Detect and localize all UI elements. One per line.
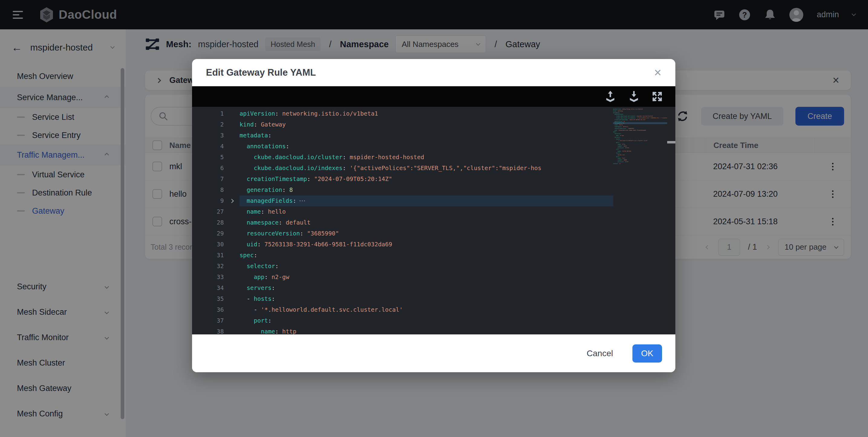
code-text: creationTimestamp: "2024-07-09T05:20:14Z… [240, 174, 392, 184]
code-line-34[interactable]: 34 servers: [192, 283, 675, 294]
code-text: uid: 75263138-3291-4b66-9581-f11dc032da6… [240, 239, 392, 250]
fold-gutter [224, 130, 240, 141]
line-number: 9 [192, 196, 224, 206]
code-line-6[interactable]: 6 ckube.daocloud.io/indexes: '{"activePo… [192, 163, 675, 174]
code-text: kind: Gateway [240, 119, 286, 130]
code-line-2[interactable]: 2kind: Gateway [192, 119, 675, 130]
code-text: app: n2-gw [240, 272, 289, 283]
code-line-9[interactable]: 9 managedFields: ··· [192, 196, 675, 206]
code-text: ckube.daocloud.io/indexes: '{"activePoli… [240, 163, 541, 174]
code-text: apiVersion: networking.istio.io/v1beta1 [240, 108, 378, 119]
code-text: managedFields: ··· [240, 196, 305, 206]
code-text: ckube.daocloud.io/cluster: mspider-hoste… [240, 152, 424, 163]
code-text: metadata: [240, 130, 272, 141]
fold-gutter [224, 326, 240, 334]
code-text: selector: [240, 261, 279, 272]
code-line-7[interactable]: 7 creationTimestamp: "2024-07-09T05:20:1… [192, 174, 675, 184]
code-line-36[interactable]: 36 - '*.helloworld.default.svc.cluster.l… [192, 304, 675, 315]
line-number: 4 [192, 141, 224, 152]
upload-yaml-icon[interactable] [604, 90, 616, 103]
code-line-8[interactable]: 8 generation: 8 [192, 184, 675, 196]
fold-gutter [224, 184, 240, 196]
line-number: 31 [192, 250, 224, 261]
code-line-27[interactable]: 27 name: hello [192, 206, 675, 217]
fold-gutter [224, 119, 240, 130]
code-text: generation: 8 [240, 184, 293, 196]
fold-gutter [224, 163, 240, 174]
minimap-line: status: {} [613, 163, 667, 165]
line-number: 30 [192, 239, 224, 250]
code-line-37[interactable]: 37 port: [192, 315, 675, 326]
code-line-31[interactable]: 31spec: [192, 250, 675, 261]
app-root: DaoCloud ? admin ← mspider-hosted Mesh O… [0, 0, 868, 437]
fold-gutter [224, 206, 240, 217]
line-number: 8 [192, 184, 224, 196]
edit-yaml-modal: Edit Gateway Rule YAML × 1apiVersion: ne… [192, 59, 675, 372]
modal-close-icon[interactable]: × [654, 66, 661, 79]
code-text: - hosts: [240, 294, 275, 304]
line-number: 38 [192, 326, 224, 334]
yaml-code-editor[interactable]: 1apiVersion: networking.istio.io/v1beta1… [192, 107, 675, 334]
code-text: annotations: [240, 141, 289, 152]
code-text: resourceVersion: "3685990" [240, 228, 339, 239]
editor-lines: 1apiVersion: networking.istio.io/v1beta1… [192, 108, 675, 334]
fold-gutter [224, 283, 240, 294]
code-line-38[interactable]: 38 name: http [192, 326, 675, 334]
fold-gutter [224, 294, 240, 304]
line-number: 35 [192, 294, 224, 304]
modal-footer: Cancel OK [192, 334, 675, 372]
line-number: 33 [192, 272, 224, 283]
line-number: 27 [192, 206, 224, 217]
editor-scrollbar-thumb[interactable] [667, 141, 675, 143]
code-line-29[interactable]: 29 resourceVersion: "3685990" [192, 228, 675, 239]
line-number: 2 [192, 119, 224, 130]
download-yaml-icon[interactable] [628, 90, 640, 103]
modal-title: Edit Gateway Rule YAML [206, 67, 316, 78]
fullscreen-expand-icon[interactable] [652, 91, 663, 102]
fold-gutter [224, 174, 240, 184]
code-line-1[interactable]: 1apiVersion: networking.istio.io/v1beta1 [192, 108, 675, 119]
code-line-5[interactable]: 5 ckube.daocloud.io/cluster: mspider-hos… [192, 152, 675, 163]
line-number: 34 [192, 283, 224, 294]
code-line-30[interactable]: 30 uid: 75263138-3291-4b66-9581-f11dc032… [192, 239, 675, 250]
line-number: 7 [192, 174, 224, 184]
code-text: servers: [240, 283, 275, 294]
code-line-32[interactable]: 32 selector: [192, 261, 675, 272]
code-line-33[interactable]: 33 app: n2-gw [192, 272, 675, 283]
code-line-35[interactable]: 35 - hosts: [192, 294, 675, 304]
line-number: 6 [192, 163, 224, 174]
fold-gutter [224, 304, 240, 315]
code-text: name: hello [240, 206, 286, 217]
fold-gutter [224, 108, 240, 119]
line-number: 29 [192, 228, 224, 239]
editor-scrollbar[interactable] [667, 107, 675, 334]
editor-toolbar [192, 86, 675, 107]
code-text: spec: [240, 250, 257, 261]
code-text: name: http [240, 326, 297, 334]
fold-gutter [224, 217, 240, 228]
fold-gutter [224, 272, 240, 283]
line-number: 3 [192, 130, 224, 141]
cancel-button[interactable]: Cancel [587, 349, 613, 358]
line-number: 37 [192, 315, 224, 326]
modal-header: Edit Gateway Rule YAML × [192, 59, 675, 86]
fold-gutter [224, 152, 240, 163]
line-number: 28 [192, 217, 224, 228]
fold-gutter [224, 239, 240, 250]
ok-button[interactable]: OK [632, 344, 662, 362]
code-line-4[interactable]: 4 annotations: [192, 141, 675, 152]
fold-gutter [224, 315, 240, 326]
code-text: - '*.helloworld.default.svc.cluster.loca… [240, 304, 403, 315]
fold-chevron-right-icon[interactable] [224, 196, 240, 206]
line-number: 32 [192, 261, 224, 272]
fold-gutter [224, 141, 240, 152]
line-number: 5 [192, 152, 224, 163]
fold-gutter [224, 228, 240, 239]
fold-gutter [224, 250, 240, 261]
editor-minimap[interactable]: apiVersion: networking.istio.io/v1beta1k… [613, 108, 667, 334]
line-number: 1 [192, 108, 224, 119]
line-number: 36 [192, 304, 224, 315]
code-text: namespace: default [240, 217, 311, 228]
code-line-28[interactable]: 28 namespace: default [192, 217, 675, 228]
code-line-3[interactable]: 3metadata: [192, 130, 675, 141]
